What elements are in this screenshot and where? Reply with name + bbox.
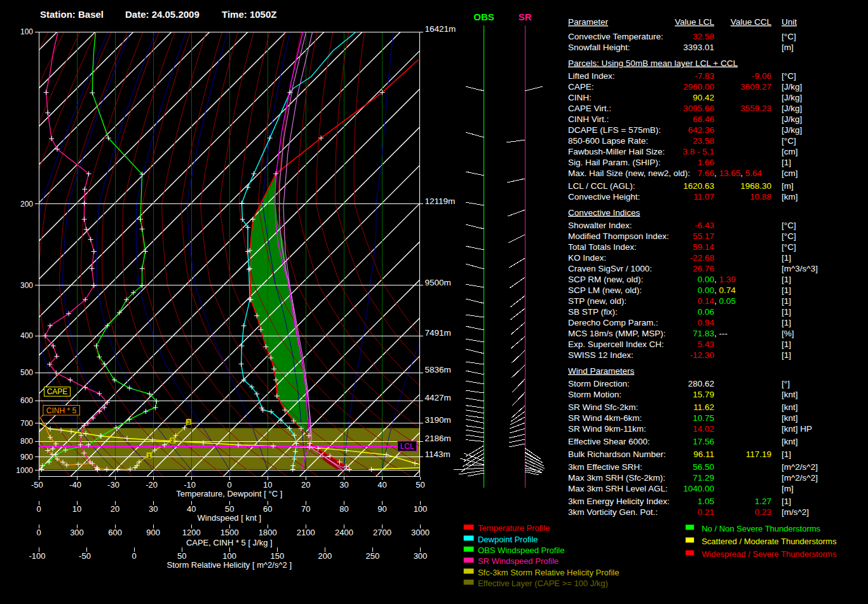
svg-text:66.46: 66.46: [693, 114, 714, 124]
svg-text:Storm Motion:: Storm Motion:: [568, 390, 621, 399]
svg-text:DCAPE (LFS = 575mB):: DCAPE (LFS = 575mB):: [568, 125, 661, 135]
svg-text:30: 30: [339, 480, 348, 490]
svg-text:900: 900: [20, 453, 33, 462]
svg-text:0.00: 0.00: [698, 275, 714, 284]
svg-text:1500: 1500: [220, 528, 239, 537]
svg-text:11.62: 11.62: [693, 402, 714, 412]
svg-text:10.75: 10.75: [693, 413, 714, 423]
svg-text:1620.63: 1620.63: [683, 181, 714, 191]
svg-text:[1]: [1]: [782, 158, 791, 167]
svg-text:CAPE, CINH * 5 [ J/kg ]: CAPE, CINH * 5 [ J/kg ]: [186, 538, 273, 547]
svg-text:100: 100: [20, 27, 33, 36]
svg-text:SR: SR: [519, 11, 532, 22]
svg-text:Effective Layer (CAPE >= 100 J: Effective Layer (CAPE >= 100 J/kg): [478, 579, 608, 588]
svg-text:11.07: 11.07: [693, 192, 714, 202]
svg-text:Unit: Unit: [782, 17, 797, 27]
svg-text:2960.00: 2960.00: [683, 82, 714, 92]
svg-text:1200: 1200: [182, 528, 201, 537]
svg-text:1800: 1800: [259, 528, 277, 537]
svg-text:Convective Temperature:: Convective Temperature:: [568, 32, 663, 41]
svg-text:CAPE: CAPE: [47, 387, 68, 396]
svg-text:16421m: 16421m: [425, 24, 456, 34]
svg-text:3609.27: 3609.27: [740, 82, 771, 92]
svg-text:Max 3km SRH Level AGL:: Max 3km SRH Level AGL:: [568, 484, 668, 493]
svg-text:-40: -40: [69, 480, 81, 490]
svg-text:-20: -20: [146, 480, 158, 490]
svg-text:Storm Relative Helicity [ m^2: Storm Relative Helicity [ m^2/s^2 ]: [167, 560, 292, 570]
svg-text:80: 80: [339, 504, 348, 514]
svg-text:23.58: 23.58: [693, 136, 714, 146]
svg-text:Modified Thompson Index:: Modified Thompson Index:: [568, 231, 669, 241]
svg-text:Snowfall Height:: Snowfall Height:: [568, 43, 630, 52]
svg-text:[J/kg]: [J/kg]: [782, 93, 802, 102]
svg-text:Storm Direction:: Storm Direction:: [568, 379, 630, 388]
svg-text:-9.06: -9.06: [752, 71, 771, 81]
svg-text:Value LCL: Value LCL: [675, 17, 715, 27]
svg-text:CINH Virt.:: CINH Virt.:: [568, 114, 609, 124]
svg-text:[km]: [km]: [782, 192, 798, 202]
svg-text:[°C]: [°C]: [782, 231, 796, 241]
svg-text:300: 300: [70, 528, 84, 537]
svg-text:[cm]: [cm]: [782, 168, 798, 178]
svg-text:SB STP (fix):: SB STP (fix):: [568, 307, 618, 317]
svg-text:55.17: 55.17: [693, 231, 714, 241]
svg-text:1.66: 1.66: [698, 158, 714, 167]
svg-text:3km Energy Helicity Index:: 3km Energy Helicity Index:: [568, 497, 670, 506]
svg-text:[1]: [1]: [782, 285, 791, 295]
svg-text:2186m: 2186m: [425, 434, 451, 443]
svg-text:5836m: 5836m: [425, 365, 451, 374]
svg-text:, 13.65, 5.64: , 13.65, 5.64: [714, 168, 763, 178]
svg-text:56.50: 56.50: [693, 462, 714, 472]
svg-text:[°]: [°]: [782, 379, 790, 388]
svg-text:850-600 Lapse Rate:: 850-600 Lapse Rate:: [568, 136, 648, 146]
svg-text:3km Vorticity Gen. Pot.:: 3km Vorticity Gen. Pot.:: [568, 507, 658, 517]
svg-text:Lifted Index:: Lifted Index:: [568, 71, 615, 81]
svg-text:1.05: 1.05: [698, 497, 714, 506]
svg-text:Effective Shear 6000:: Effective Shear 6000:: [568, 437, 650, 446]
svg-text:CINH:: CINH:: [568, 93, 592, 102]
svg-text:CINH * 5: CINH * 5: [46, 406, 77, 415]
svg-text:[m]: [m]: [782, 181, 794, 191]
svg-text:20: 20: [301, 480, 310, 490]
svg-text:-6.43: -6.43: [695, 221, 714, 230]
svg-text:, 0.05: , 0.05: [714, 296, 736, 306]
svg-text:SR Wind Sfc-2km:: SR Wind Sfc-2km:: [568, 402, 638, 412]
svg-text:[°C]: [°C]: [782, 242, 796, 252]
svg-text:10: 10: [72, 504, 81, 514]
svg-text:700: 700: [20, 419, 33, 428]
svg-text:Parcels: Using 50mB mean layer: Parcels: Using 50mB mean layer LCL + CCL: [568, 58, 738, 68]
svg-text:Sig. Hail Param. (SHIP):: Sig. Hail Param. (SHIP):: [568, 158, 661, 167]
svg-text:71.83: 71.83: [693, 329, 714, 338]
svg-text:[1]: [1]: [782, 350, 791, 360]
svg-text:[°C]: [°C]: [782, 71, 796, 81]
svg-text:26.76: 26.76: [693, 264, 714, 273]
svg-text:-22.68: -22.68: [690, 253, 714, 263]
svg-text:200: 200: [20, 200, 33, 209]
svg-text:[1]: [1]: [782, 253, 791, 263]
svg-text:Convective Height:: Convective Height:: [568, 192, 640, 202]
svg-text:[knt]: [knt]: [782, 390, 798, 399]
svg-text:[°C]: [°C]: [782, 136, 796, 146]
svg-text:-7.83: -7.83: [695, 71, 714, 81]
svg-text:4427m: 4427m: [425, 393, 451, 402]
svg-text:30: 30: [149, 504, 158, 514]
svg-text:[1]: [1]: [782, 275, 791, 284]
svg-text:3393.01: 3393.01: [683, 43, 714, 52]
svg-text:3095.66: 3095.66: [683, 104, 714, 113]
svg-text:-50: -50: [79, 551, 91, 561]
svg-text:60: 60: [263, 504, 272, 514]
svg-text:40: 40: [187, 504, 196, 514]
svg-text:Temperature, Dewpoint [ °C ]: Temperature, Dewpoint [ °C ]: [176, 489, 282, 498]
svg-text:Time: 1050Z: Time: 1050Z: [222, 9, 276, 20]
svg-text:OBS: OBS: [473, 11, 494, 22]
svg-text:100: 100: [414, 504, 428, 514]
svg-text:20: 20: [111, 504, 119, 514]
svg-text:[m/s^2]: [m/s^2]: [782, 507, 809, 517]
svg-text:1: 1: [147, 453, 151, 459]
svg-text:0: 0: [36, 504, 41, 514]
svg-text:[m]: [m]: [782, 43, 794, 52]
svg-text:[%]: [%]: [782, 329, 794, 338]
svg-text:[1]: [1]: [782, 497, 791, 506]
svg-text:-50: -50: [31, 480, 43, 490]
svg-text:[°C]: [°C]: [782, 32, 796, 41]
